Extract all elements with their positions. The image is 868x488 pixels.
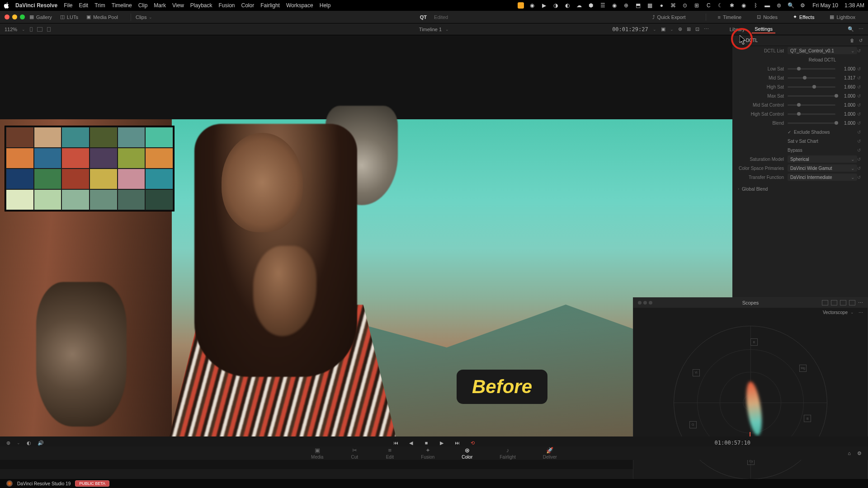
bypass-icon[interactable]: ◐: [27, 440, 31, 446]
page-media[interactable]: ▣Media: [311, 447, 323, 460]
menu-help[interactable]: Help: [320, 2, 331, 9]
reset-icon[interactable]: ↺: [857, 103, 863, 108]
param-slider[interactable]: [788, 77, 835, 79]
zoom-control[interactable]: 112% ⌄: [5, 27, 51, 32]
param-slider[interactable]: [788, 104, 835, 106]
menu-file[interactable]: File: [64, 2, 72, 9]
viewer-tool-3[interactable]: ⊞: [687, 26, 691, 32]
param-value[interactable]: 1.000: [835, 94, 857, 99]
menu-mark[interactable]: Mark: [154, 2, 166, 9]
minimize-window-button[interactable]: [12, 14, 17, 19]
scope-type-selector[interactable]: Vectorscope ⌄ ⋯: [633, 308, 868, 317]
viewer-tool-2[interactable]: ⊛: [678, 26, 682, 32]
menu-workspace[interactable]: Workspace: [286, 2, 313, 9]
dctl-list-dropdown[interactable]: QT_Sat_Control_v0.1: [788, 47, 857, 54]
bluetooth-icon[interactable]: ᛒ: [752, 2, 759, 9]
loop-button[interactable]: ⟲: [469, 439, 476, 446]
next-clip-button[interactable]: ⏭: [453, 439, 461, 446]
quickexport-button[interactable]: ⤴Quick Export: [652, 14, 686, 20]
settings-tab[interactable]: Settings: [752, 25, 775, 33]
status-icon-8[interactable]: ☰: [599, 2, 606, 9]
page-fusion[interactable]: ✦Fusion: [421, 447, 434, 460]
param-value[interactable]: 1.000: [835, 112, 857, 117]
status-icon-10[interactable]: ⊕: [623, 2, 630, 9]
sat-chart-label[interactable]: Sat v Sat Chart: [788, 139, 857, 144]
checkbox-icon[interactable]: ✓: [788, 130, 791, 135]
menu-playback[interactable]: Playback: [190, 2, 212, 9]
status-icon-16[interactable]: ⊞: [693, 2, 700, 9]
luts-button[interactable]: ◫LUTs: [60, 14, 78, 20]
param-slider[interactable]: [788, 122, 835, 124]
menubar-date[interactable]: Fri May 10: [812, 2, 838, 9]
menu-trim[interactable]: Trim: [94, 2, 105, 9]
status-icon-20[interactable]: ◉: [740, 2, 747, 9]
param-slider[interactable]: [788, 68, 835, 70]
timeline-button[interactable]: ≡Timeline: [718, 14, 742, 20]
step-back-button[interactable]: ◀: [407, 439, 415, 446]
app-name[interactable]: DaVinci Resolve: [15, 2, 57, 9]
scope-dot-3[interactable]: [649, 301, 652, 305]
menu-fairlight[interactable]: Fairlight: [260, 2, 280, 9]
viewer-tool-1[interactable]: ▣: [661, 26, 665, 32]
scope-dot-1[interactable]: [638, 301, 642, 305]
library-tab[interactable]: Library: [727, 26, 748, 33]
reset-icon[interactable]: ↺: [857, 139, 863, 144]
viewer[interactable]: Before: [0, 35, 732, 469]
status-icon-1[interactable]: [518, 2, 524, 9]
reset-icon[interactable]: ↺: [857, 66, 863, 71]
reset-icon[interactable]: ↺: [857, 112, 863, 117]
project-settings-icon[interactable]: ⚙: [857, 450, 862, 456]
scope-layout-3[interactable]: [840, 300, 846, 305]
status-icon-3[interactable]: ▶: [540, 2, 547, 9]
stop-button[interactable]: ■: [423, 439, 430, 446]
reload-dctl-button[interactable]: Reload DCTL: [788, 57, 857, 62]
menu-timeline[interactable]: Timeline: [112, 2, 132, 9]
delete-effect-icon[interactable]: 🗑: [850, 38, 854, 43]
param-value[interactable]: 1.317: [835, 75, 857, 80]
transfer-fn-dropdown[interactable]: DaVinci Intermediate: [788, 174, 857, 181]
colorspace-dropdown[interactable]: DaVinci Wide Gamut: [788, 164, 857, 172]
scope-layout-4[interactable]: [849, 300, 855, 305]
reset-icon[interactable]: ↺: [857, 130, 863, 135]
collapse-icon[interactable]: ⌄: [738, 38, 741, 43]
control-center-icon[interactable]: ⚙: [799, 2, 806, 9]
param-value[interactable]: 1.000: [835, 121, 857, 126]
status-icon-2[interactable]: ◉: [528, 2, 536, 9]
page-edit[interactable]: ≡Edit: [386, 447, 394, 460]
page-fairlight[interactable]: ♪Fairlight: [500, 447, 516, 460]
menu-color[interactable]: Color: [241, 2, 255, 9]
param-slider[interactable]: [788, 113, 835, 115]
param-slider[interactable]: [788, 86, 835, 88]
reset-icon[interactable]: ↺: [857, 157, 863, 162]
menu-fusion[interactable]: Fusion: [219, 2, 235, 9]
status-icon-17[interactable]: C: [705, 2, 712, 9]
page-cut[interactable]: ✂Cut: [350, 447, 359, 460]
view-mode-2[interactable]: [37, 27, 42, 32]
maximize-window-button[interactable]: [20, 14, 25, 19]
home-icon[interactable]: ⌂: [848, 450, 851, 456]
global-blend-label[interactable]: Global Blend: [742, 187, 768, 192]
mediapool-button[interactable]: ▣Media Pool: [86, 14, 118, 20]
search-icon[interactable]: 🔍: [848, 26, 854, 32]
reset-icon[interactable]: ↺: [857, 175, 863, 180]
scope-layout-2[interactable]: [831, 300, 837, 305]
lightbox-button[interactable]: ▦Lightbox: [830, 14, 855, 20]
exclude-shadows-label[interactable]: Exclude Shadows: [794, 130, 830, 135]
reset-icon[interactable]: ↺: [857, 121, 863, 126]
scope-settings-icon[interactable]: ⋯: [859, 310, 863, 315]
menubar-time[interactable]: 1:38 AM: [844, 2, 864, 9]
page-color[interactable]: ⊛Color: [462, 447, 472, 460]
param-value[interactable]: 1.000: [835, 103, 857, 108]
nodes-button[interactable]: ⊡Nodes: [757, 14, 778, 20]
param-value[interactable]: 1.660: [835, 84, 857, 89]
clips-button[interactable]: Clips⌄: [136, 14, 152, 20]
status-icon-7[interactable]: ⬢: [587, 2, 594, 9]
status-icon-9[interactable]: ◉: [611, 2, 618, 9]
viewer-tool-4[interactable]: ⊡: [695, 26, 699, 32]
prev-clip-button[interactable]: ⏮: [392, 439, 399, 446]
search-icon[interactable]: 🔍: [787, 2, 794, 9]
status-icon-18[interactable]: ☾: [717, 2, 724, 9]
status-icon-6[interactable]: ☁: [576, 2, 583, 9]
wifi-icon[interactable]: ⊚: [775, 2, 783, 9]
reset-icon[interactable]: ↺: [857, 148, 863, 153]
